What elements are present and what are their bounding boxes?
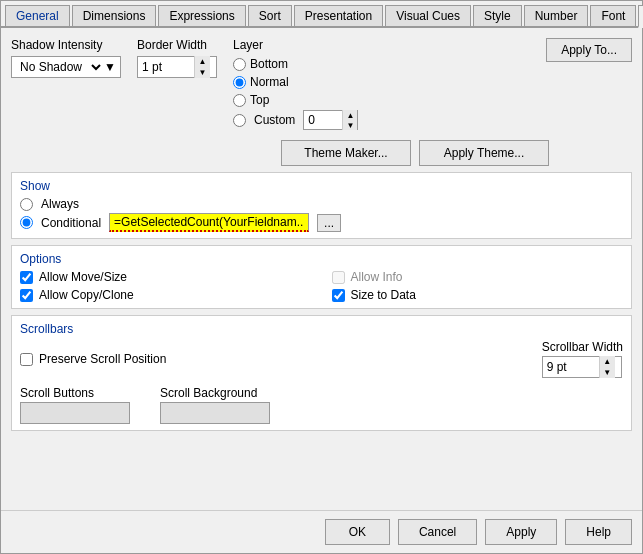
border-label: Border Width [137, 38, 217, 52]
show-section: Show Always Conditional ... [11, 172, 632, 239]
conditional-input[interactable] [109, 213, 309, 232]
layer-bottom-row: Bottom [233, 57, 530, 71]
layer-custom-radio[interactable] [233, 114, 246, 127]
border-spinner: ▲ ▼ [137, 56, 217, 78]
theme-buttons-row: Theme Maker... Apply Theme... [11, 140, 632, 166]
allow-copy-clone-label: Allow Copy/Clone [39, 288, 134, 302]
scrollbars-title: Scrollbars [20, 322, 623, 336]
options-title: Options [20, 252, 623, 266]
shadow-section: Shadow Intensity No Shadow Low Medium Hi… [11, 38, 121, 78]
option-allow-move-size: Allow Move/Size [20, 270, 312, 284]
show-title: Show [20, 179, 623, 193]
layer-bottom-radio[interactable] [233, 58, 246, 71]
scrollbars-section: Scrollbars Preserve Scroll Position Scro… [11, 315, 632, 431]
tab-visual-cues[interactable]: Visual Cues [385, 5, 471, 26]
shadow-dropdown-icon: ▼ [104, 60, 116, 74]
layer-custom-row: Custom ▲ ▼ [233, 110, 530, 130]
border-input[interactable] [138, 60, 194, 74]
layer-top-label: Top [250, 93, 269, 107]
tab-font[interactable]: Font [590, 5, 636, 26]
scroll-background-sub: Scroll Background [160, 386, 270, 424]
ok-button[interactable]: OK [325, 519, 390, 545]
layer-top-radio[interactable] [233, 94, 246, 107]
apply-theme-button[interactable]: Apply Theme... [419, 140, 549, 166]
scroll-buttons-preview [20, 402, 130, 424]
layer-custom-down[interactable]: ▼ [343, 120, 357, 130]
allow-info-checkbox[interactable] [332, 271, 345, 284]
layer-title: Layer [233, 38, 530, 52]
apply-button[interactable]: Apply [485, 519, 557, 545]
tab-sort[interactable]: Sort [248, 5, 292, 26]
layer-section: Layer Bottom Normal Top Custom [233, 38, 530, 130]
option-allow-copy-clone: Allow Copy/Clone [20, 288, 312, 302]
show-conditional-label: Conditional [41, 216, 101, 230]
layer-normal-row: Normal [233, 75, 530, 89]
dialog: General Dimensions Expressions Sort Pres… [0, 0, 643, 554]
layer-bottom-label: Bottom [250, 57, 288, 71]
tab-bar: General Dimensions Expressions Sort Pres… [1, 1, 642, 28]
shadow-label: Shadow Intensity [11, 38, 121, 52]
tab-expressions[interactable]: Expressions [158, 5, 245, 26]
cancel-button[interactable]: Cancel [398, 519, 477, 545]
tab-dimensions[interactable]: Dimensions [72, 5, 157, 26]
tab-number[interactable]: Number [524, 5, 589, 26]
shadow-select[interactable]: No Shadow Low Medium High [16, 59, 104, 75]
scrollbar-width-btns: ▲ ▼ [599, 356, 615, 378]
show-conditional-row: Conditional ... [20, 213, 623, 232]
size-to-data-checkbox[interactable] [332, 289, 345, 302]
scrollbar-width-label: Scrollbar Width [542, 340, 623, 354]
scroll-background-preview [160, 402, 270, 424]
layer-normal-radio[interactable] [233, 76, 246, 89]
option-size-to-data: Size to Data [332, 288, 624, 302]
apply-to-button[interactable]: Apply To... [546, 38, 632, 62]
scrollbar-width-group: Scrollbar Width ▲ ▼ [542, 340, 623, 378]
scrollbar-width-down[interactable]: ▼ [600, 367, 615, 378]
shadow-select-wrapper: No Shadow Low Medium High ▼ [11, 56, 121, 78]
layer-custom-spinner: ▲ ▼ [303, 110, 358, 130]
layer-custom-input[interactable] [304, 113, 342, 127]
preserve-scroll-row: Preserve Scroll Position [20, 352, 166, 366]
preserve-scroll-checkbox[interactable] [20, 353, 33, 366]
top-row: Shadow Intensity No Shadow Low Medium Hi… [11, 38, 632, 130]
size-to-data-label: Size to Data [351, 288, 416, 302]
tab-style[interactable]: Style [473, 5, 522, 26]
tab-presentation[interactable]: Presentation [294, 5, 383, 26]
option-allow-info: Allow Info [332, 270, 624, 284]
options-grid: Allow Move/Size Allow Info Allow Copy/Cl… [20, 270, 623, 302]
show-always-row: Always [20, 197, 623, 211]
scroll-previews-row: Scroll Buttons Scroll Background [20, 386, 623, 424]
scroll-buttons-label: Scroll Buttons [20, 386, 130, 400]
show-conditional-radio[interactable] [20, 216, 33, 229]
help-button[interactable]: Help [565, 519, 632, 545]
layer-custom-btns: ▲ ▼ [342, 110, 357, 130]
conditional-ellipsis-button[interactable]: ... [317, 214, 341, 232]
border-up-btn[interactable]: ▲ [195, 56, 210, 67]
options-section: Options Allow Move/Size Allow Info Allow… [11, 245, 632, 309]
allow-copy-clone-checkbox[interactable] [20, 289, 33, 302]
theme-maker-button[interactable]: Theme Maker... [281, 140, 411, 166]
show-always-radio[interactable] [20, 198, 33, 211]
tab-general[interactable]: General [5, 5, 70, 26]
scroll-background-label: Scroll Background [160, 386, 270, 400]
layer-custom-label: Custom [254, 113, 295, 127]
border-spinner-btns: ▲ ▼ [194, 56, 210, 78]
border-section: Border Width ▲ ▼ [137, 38, 217, 78]
scrollbar-width-input[interactable] [543, 360, 599, 374]
scrollbars-top-row: Preserve Scroll Position Scrollbar Width… [20, 340, 623, 378]
layer-normal-label: Normal [250, 75, 289, 89]
show-always-label: Always [41, 197, 79, 211]
allow-info-label: Allow Info [351, 270, 403, 284]
scrollbar-width-spinner: ▲ ▼ [542, 356, 622, 378]
bottom-bar: OK Cancel Apply Help [1, 510, 642, 553]
border-down-btn[interactable]: ▼ [195, 67, 210, 78]
scroll-buttons-sub: Scroll Buttons [20, 386, 130, 424]
allow-move-size-label: Allow Move/Size [39, 270, 127, 284]
layer-top-row: Top [233, 93, 530, 107]
scrollbar-width-up[interactable]: ▲ [600, 356, 615, 367]
layer-custom-up[interactable]: ▲ [343, 110, 357, 120]
layout-content: Shadow Intensity No Shadow Low Medium Hi… [1, 28, 642, 510]
allow-move-size-checkbox[interactable] [20, 271, 33, 284]
tab-layout[interactable]: Layout [638, 5, 643, 28]
preserve-scroll-label: Preserve Scroll Position [39, 352, 166, 366]
